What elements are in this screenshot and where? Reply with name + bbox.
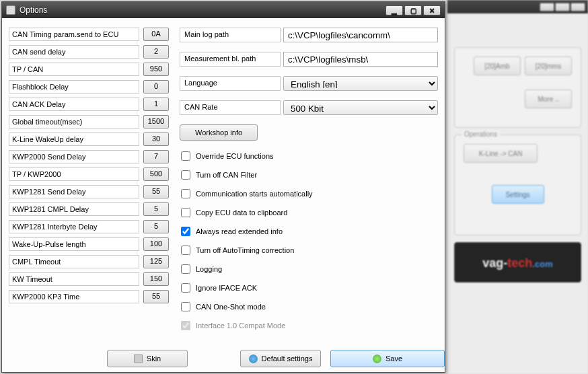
- main-log-path-input[interactable]: [283, 28, 438, 42]
- bg-more-button[interactable]: More ..: [525, 89, 572, 108]
- bg-operations-title: Operations: [462, 130, 500, 138]
- param-label: KWP2000 Send Delay: [9, 150, 139, 163]
- param-value-button[interactable]: 30: [143, 133, 169, 146]
- checkbox-row[interactable]: CAN One-Shot mode: [180, 301, 438, 313]
- main-log-path-row: Main log path: [180, 28, 438, 42]
- app-icon: [6, 5, 15, 15]
- checkbox-row[interactable]: Always read extended info: [180, 225, 438, 237]
- param-row: K-Line WakeUp delay30: [9, 133, 170, 146]
- checkbox-input[interactable]: [181, 246, 190, 255]
- checkbox-input[interactable]: [181, 208, 190, 217]
- bg-module-button[interactable]: [20]mms: [525, 57, 572, 75]
- param-value-button[interactable]: 950: [143, 63, 169, 76]
- checkbox-input[interactable]: [181, 170, 190, 180]
- checkbox-row[interactable]: Turn off AutoTiming correction: [180, 244, 438, 256]
- checkboxes-group: Override ECU functionsTurn off CAN Filte…: [180, 150, 438, 332]
- param-value-button[interactable]: 55: [143, 290, 169, 303]
- param-value-button[interactable]: 1: [143, 98, 169, 111]
- param-value-button[interactable]: 150: [143, 272, 169, 286]
- language-row: Language English [en]: [180, 76, 438, 91]
- param-label: CAN send delay: [9, 45, 139, 59]
- checkbox-input[interactable]: [181, 283, 190, 293]
- param-value-button[interactable]: 0A: [143, 28, 169, 41]
- bg-module-button[interactable]: [20]Amb: [474, 57, 521, 75]
- default-settings-label: Default settings: [262, 354, 313, 363]
- background-window: [20]Amb[20]mms More .. Operations K-Line…: [447, 0, 588, 374]
- timing-params-column: CAN Timing param.send to ECU0ACAN send d…: [9, 28, 170, 340]
- refresh-icon: [249, 354, 258, 363]
- checkbox-label: Always read extended info: [196, 227, 283, 235]
- checkbox-input[interactable]: [181, 302, 190, 311]
- dialog-content: CAN Timing param.send to ECU0ACAN send d…: [2, 18, 445, 345]
- checkbox-label: Copy ECU data to clipboard: [196, 209, 287, 217]
- bg-maximize-button[interactable]: [555, 3, 570, 11]
- bg-settings-button[interactable]: Settings: [492, 185, 544, 204]
- settings-column: Main log path Measurement bl. path Langu…: [180, 28, 438, 340]
- checkbox-input[interactable]: [181, 264, 190, 274]
- param-label: KWP2000 KP3 Time: [9, 290, 139, 303]
- param-label: CAN ACK Delay: [9, 98, 139, 111]
- param-label: KWP1281 Interbyte Delay: [9, 220, 139, 233]
- checkbox-label: Communication starts automatically: [196, 190, 313, 198]
- can-rate-select[interactable]: 500 Kbit: [283, 100, 438, 115]
- titlebar[interactable]: Options ▁ ▢ ✕: [2, 2, 445, 18]
- param-label: TP / CAN: [9, 63, 139, 76]
- param-value-button[interactable]: 1500: [143, 115, 169, 128]
- param-row: KWP2000 KP3 Time55: [9, 290, 170, 303]
- param-value-button[interactable]: 5: [143, 202, 169, 216]
- bg-modules-panel: [20]Amb[20]mms More ..: [454, 47, 581, 128]
- param-label: Global timeout(msec): [9, 115, 139, 128]
- bg-titlebar: [447, 0, 588, 13]
- param-value-button[interactable]: 125: [143, 255, 169, 268]
- checkbox-label: Override ECU functions: [196, 152, 274, 160]
- param-row: Flashblock Delay0: [9, 80, 170, 94]
- options-dialog: Options ▁ ▢ ✕ CAN Timing param.send to E…: [1, 1, 445, 373]
- param-label: Flashblock Delay: [9, 80, 139, 94]
- language-select[interactable]: English [en]: [283, 76, 438, 91]
- msb-path-input[interactable]: [283, 52, 438, 67]
- bg-minimize-button[interactable]: [540, 3, 554, 11]
- main-log-path-label: Main log path: [180, 28, 281, 42]
- bg-logo: vag-tech.com: [454, 242, 581, 283]
- param-label: KWP1281 CMPL Delay: [9, 202, 139, 216]
- language-label: Language: [180, 76, 281, 91]
- param-value-button[interactable]: 5: [143, 220, 169, 233]
- minimize-button[interactable]: ▁: [385, 5, 403, 15]
- param-value-button[interactable]: 500: [143, 167, 169, 181]
- checkbox-row[interactable]: Ignore IFACE ACK: [180, 282, 438, 294]
- checkbox-row[interactable]: Override ECU functions: [180, 150, 438, 162]
- bg-close-button[interactable]: [571, 3, 585, 11]
- param-value-button[interactable]: 55: [143, 185, 169, 198]
- checkbox-input[interactable]: [181, 151, 190, 161]
- checkbox-label: Logging: [196, 265, 222, 273]
- checkbox-row[interactable]: Copy ECU data to clipboard: [180, 207, 438, 219]
- checkbox-input[interactable]: [181, 227, 190, 236]
- param-value-button[interactable]: 100: [143, 237, 169, 251]
- param-label: CAN Timing param.send to ECU: [9, 28, 139, 41]
- maximize-button[interactable]: ▢: [404, 5, 422, 15]
- param-row: CAN send delay2: [9, 45, 170, 59]
- can-rate-label: CAN Rate: [180, 100, 281, 115]
- param-row: KWP2000 Send Delay7: [9, 150, 170, 163]
- param-label: KWP1281 Send Delay: [9, 185, 139, 198]
- checkbox-input: [181, 321, 190, 330]
- default-settings-button[interactable]: Default settings: [240, 350, 321, 367]
- param-value-button[interactable]: 7: [143, 150, 169, 163]
- param-row: TP / CAN950: [9, 63, 170, 76]
- workshop-info-button[interactable]: Workshop info: [180, 124, 258, 141]
- param-row: Global timeout(msec)1500: [9, 115, 170, 128]
- checkbox-input[interactable]: [181, 189, 190, 198]
- checkbox-row[interactable]: Turn off CAN Filter: [180, 169, 438, 181]
- checkbox-label: Ignore IFACE ACK: [196, 284, 257, 292]
- close-button[interactable]: ✕: [423, 5, 441, 15]
- skin-button[interactable]: Skin: [107, 350, 188, 367]
- bg-diag-mode-select[interactable]: K-Line -> CAN: [464, 144, 538, 163]
- checkbox-row[interactable]: Communication starts automatically: [180, 188, 438, 200]
- checkbox-row[interactable]: Logging: [180, 263, 438, 275]
- checkbox-label: Turn off CAN Filter: [196, 171, 257, 179]
- param-value-button[interactable]: 2: [143, 45, 169, 59]
- param-value-button[interactable]: 0: [143, 80, 169, 94]
- skin-icon: [134, 354, 143, 363]
- checkbox-label: Turn off AutoTiming correction: [196, 246, 294, 254]
- save-button[interactable]: Save: [330, 350, 445, 367]
